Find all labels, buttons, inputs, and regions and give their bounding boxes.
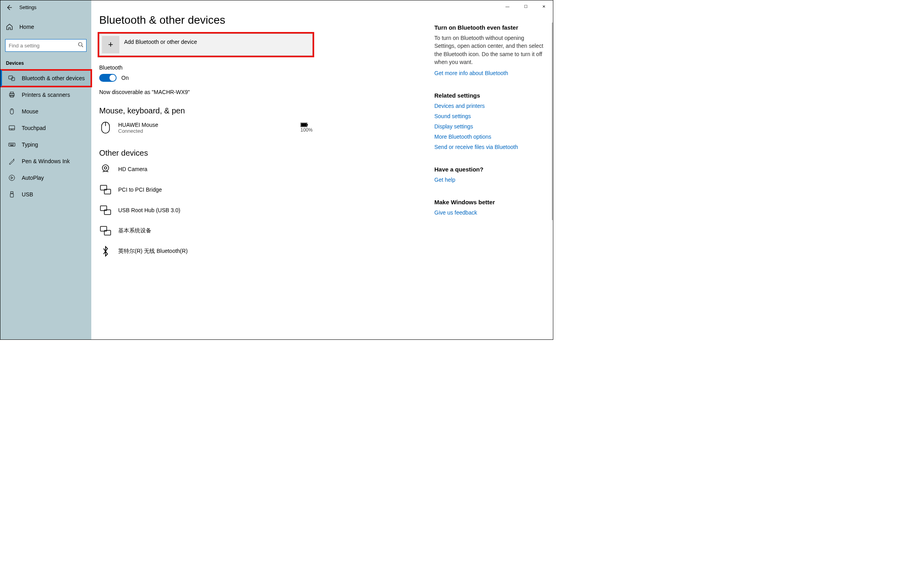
window-controls: — ☐ ✕ xyxy=(498,0,553,12)
svg-point-0 xyxy=(79,43,82,46)
sidebar-item-label: Pen & Windows Ink xyxy=(22,158,70,164)
bluetooth-toggle-text: On xyxy=(121,75,129,81)
sidebar-item-autoplay[interactable]: AutoPlay xyxy=(0,170,91,186)
link-devices-printers[interactable]: Devices and printers xyxy=(434,103,545,109)
sidebar-item-label: Touchpad xyxy=(22,125,46,131)
main-content: Bluetooth & other devices + Add Bluetoot… xyxy=(91,0,553,339)
sidebar-item-label: Typing xyxy=(22,141,38,148)
usb-icon xyxy=(8,191,15,198)
autoplay-icon xyxy=(8,174,15,181)
device-name: USB Root Hub (USB 3.0) xyxy=(118,207,313,213)
device-row-mouse[interactable]: HUAWEI Mouse Connected 100% xyxy=(99,118,313,138)
link-sound-settings[interactable]: Sound settings xyxy=(434,113,545,119)
device-battery: 100% xyxy=(300,122,313,133)
device-row-pci[interactable]: PCI to PCI Bridge xyxy=(99,181,313,199)
generic-device-icon xyxy=(99,204,112,216)
app-title: Settings xyxy=(19,5,36,10)
sidebar: Settings Home Devices Bluetooth & other … xyxy=(0,0,91,339)
tip-heading: Turn on Bluetooth even faster xyxy=(434,24,545,31)
sidebar-item-label: Printers & scanners xyxy=(22,92,70,98)
question-heading: Have a question? xyxy=(434,166,545,173)
mouse-device-icon xyxy=(99,121,112,134)
camera-icon xyxy=(99,163,112,175)
generic-device-icon xyxy=(99,225,112,237)
svg-point-19 xyxy=(9,175,15,181)
back-button[interactable] xyxy=(5,4,13,11)
add-device-label: Add Bluetooth or other device xyxy=(124,39,197,45)
svg-rect-25 xyxy=(301,123,307,126)
svg-point-28 xyxy=(104,167,107,169)
touchpad-icon xyxy=(8,124,15,132)
battery-icon xyxy=(300,122,313,127)
svg-point-27 xyxy=(102,165,109,171)
plus-icon: + xyxy=(102,36,119,53)
search-icon xyxy=(78,42,83,47)
maximize-icon: ☐ xyxy=(524,4,528,9)
keyboard-icon xyxy=(8,141,15,148)
svg-rect-21 xyxy=(10,194,13,197)
battery-text: 100% xyxy=(300,127,313,133)
home-icon xyxy=(6,23,13,30)
scrollbar[interactable] xyxy=(552,23,553,220)
sidebar-item-typing[interactable]: Typing xyxy=(0,136,91,153)
bluetooth-icon xyxy=(99,245,112,257)
sidebar-item-printers[interactable]: Printers & scanners xyxy=(0,87,91,103)
link-send-receive-bt[interactable]: Send or receive files via Bluetooth xyxy=(434,144,545,150)
bluetooth-toggle[interactable] xyxy=(99,74,117,82)
search-input[interactable] xyxy=(5,39,87,52)
mouse-icon xyxy=(8,108,15,115)
svg-rect-12 xyxy=(9,143,15,146)
link-give-feedback[interactable]: Give us feedback xyxy=(434,209,545,216)
minimize-button[interactable]: — xyxy=(498,0,517,12)
maximize-button[interactable]: ☐ xyxy=(517,0,535,12)
sidebar-item-usb[interactable]: USB xyxy=(0,186,91,203)
device-name: HD Camera xyxy=(118,166,313,172)
device-row-usbhub[interactable]: USB Root Hub (USB 3.0) xyxy=(99,201,313,219)
feedback-heading: Make Windows better xyxy=(434,199,545,205)
bluetooth-devices-icon xyxy=(8,75,15,82)
close-icon: ✕ xyxy=(542,4,545,9)
sidebar-item-touchpad[interactable]: Touchpad xyxy=(0,120,91,136)
generic-device-icon xyxy=(99,184,112,196)
pen-icon xyxy=(8,158,15,165)
device-name: HUAWEI Mouse xyxy=(118,122,294,128)
printer-icon xyxy=(8,91,15,98)
device-name: PCI to PCI Bridge xyxy=(118,186,313,193)
device-status: Connected xyxy=(118,128,294,134)
svg-rect-26 xyxy=(307,124,308,126)
device-name: 基本系统设备 xyxy=(118,227,313,234)
sidebar-header: Settings xyxy=(0,0,91,15)
sidebar-item-pen[interactable]: Pen & Windows Ink xyxy=(0,153,91,170)
device-row-intelbt[interactable]: 英特尔(R) 无线 Bluetooth(R) xyxy=(99,242,313,260)
link-display-settings[interactable]: Display settings xyxy=(434,123,545,130)
home-label: Home xyxy=(19,24,34,30)
svg-rect-5 xyxy=(10,92,13,94)
search-wrap xyxy=(5,39,87,52)
device-name: 英特尔(R) 无线 Bluetooth(R) xyxy=(118,248,313,255)
sidebar-item-label: USB xyxy=(22,191,33,198)
device-row-camera[interactable]: HD Camera xyxy=(99,160,313,178)
sidebar-item-mouse[interactable]: Mouse xyxy=(0,103,91,120)
sidebar-group-label: Devices xyxy=(0,57,91,70)
related-heading: Related settings xyxy=(434,92,545,99)
minimize-icon: — xyxy=(505,4,509,9)
svg-rect-20 xyxy=(11,192,13,194)
close-button[interactable]: ✕ xyxy=(535,0,553,12)
svg-line-1 xyxy=(82,46,83,47)
link-get-help[interactable]: Get help xyxy=(434,177,545,183)
toggle-knob xyxy=(109,75,116,81)
sidebar-item-bluetooth[interactable]: Bluetooth & other devices xyxy=(0,70,91,87)
sidebar-item-label: Bluetooth & other devices xyxy=(22,75,85,81)
device-info: HUAWEI Mouse Connected xyxy=(118,122,294,134)
sidebar-home[interactable]: Home xyxy=(0,19,91,35)
add-device-button[interactable]: + Add Bluetooth or other device xyxy=(99,34,313,56)
tip-text: To turn on Bluetooth without opening Set… xyxy=(434,34,545,66)
sidebar-item-label: Mouse xyxy=(22,108,38,115)
arrow-left-icon xyxy=(6,4,12,11)
link-more-bt-options[interactable]: More Bluetooth options xyxy=(434,134,545,140)
link-bt-info[interactable]: Get more info about Bluetooth xyxy=(434,70,545,76)
device-row-basicsys[interactable]: 基本系统设备 xyxy=(99,222,313,240)
sidebar-item-label: AutoPlay xyxy=(22,175,44,181)
svg-point-18 xyxy=(13,159,14,160)
right-pane: Turn on Bluetooth even faster To turn on… xyxy=(434,24,549,216)
